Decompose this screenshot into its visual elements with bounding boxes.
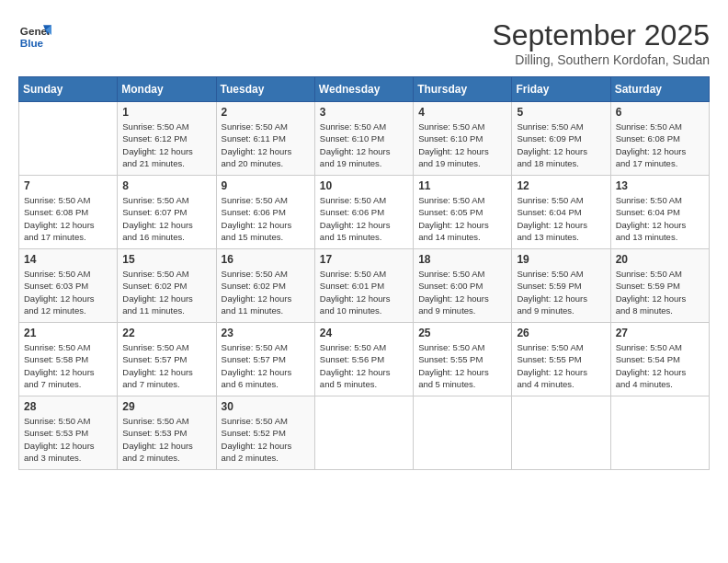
calendar-cell: 6Sunrise: 5:50 AM Sunset: 6:08 PM Daylig…: [610, 102, 709, 176]
calendar-cell: 16Sunrise: 5:50 AM Sunset: 6:02 PM Dayli…: [216, 249, 314, 323]
weekday-header-sunday: Sunday: [19, 77, 118, 102]
day-info: Sunrise: 5:50 AM Sunset: 5:56 PM Dayligh…: [320, 341, 408, 390]
svg-text:Blue: Blue: [20, 37, 44, 49]
calendar-week-1: 7Sunrise: 5:50 AM Sunset: 6:08 PM Daylig…: [19, 176, 710, 249]
day-number: 3: [320, 106, 408, 119]
day-number: 30: [222, 400, 310, 413]
day-number: 11: [418, 179, 506, 192]
calendar-cell: 7Sunrise: 5:50 AM Sunset: 6:08 PM Daylig…: [19, 176, 118, 249]
day-info: Sunrise: 5:50 AM Sunset: 6:09 PM Dayligh…: [517, 121, 605, 169]
location-subtitle: Dilling, Southern Kordofan, Sudan: [492, 52, 710, 67]
day-number: 8: [122, 179, 210, 192]
calendar-cell: [314, 396, 413, 470]
day-number: 18: [418, 253, 506, 266]
calendar-cell: 12Sunrise: 5:50 AM Sunset: 6:04 PM Dayli…: [512, 176, 610, 249]
calendar-cell: 15Sunrise: 5:50 AM Sunset: 6:02 PM Dayli…: [118, 249, 216, 323]
calendar-week-3: 21Sunrise: 5:50 AM Sunset: 5:58 PM Dayli…: [19, 323, 710, 396]
calendar-cell: 4Sunrise: 5:50 AM Sunset: 6:10 PM Daylig…: [414, 102, 512, 176]
day-number: 7: [24, 179, 112, 192]
day-info: Sunrise: 5:50 AM Sunset: 6:07 PM Dayligh…: [122, 194, 210, 243]
day-number: 14: [24, 253, 112, 266]
calendar-week-4: 28Sunrise: 5:50 AM Sunset: 5:53 PM Dayli…: [19, 396, 710, 470]
calendar-cell: 23Sunrise: 5:50 AM Sunset: 5:57 PM Dayli…: [216, 323, 314, 396]
calendar-cell: [512, 396, 610, 470]
day-number: 26: [517, 327, 605, 339]
weekday-header-wednesday: Wednesday: [314, 77, 413, 102]
page-header: General Blue September 2025 Dilling, Sou…: [18, 18, 710, 67]
day-number: 16: [222, 253, 310, 266]
weekday-header-saturday: Saturday: [610, 77, 709, 102]
day-number: 22: [122, 327, 210, 339]
day-number: 29: [122, 400, 210, 413]
calendar-cell: [610, 396, 709, 470]
day-info: Sunrise: 5:50 AM Sunset: 5:59 PM Dayligh…: [616, 268, 704, 316]
calendar-week-2: 14Sunrise: 5:50 AM Sunset: 6:03 PM Dayli…: [19, 249, 710, 323]
day-number: 28: [24, 400, 112, 413]
calendar-cell: 29Sunrise: 5:50 AM Sunset: 5:53 PM Dayli…: [118, 396, 216, 470]
day-number: 15: [122, 253, 210, 266]
calendar-cell: 10Sunrise: 5:50 AM Sunset: 6:06 PM Dayli…: [314, 176, 413, 249]
day-info: Sunrise: 5:50 AM Sunset: 5:55 PM Dayligh…: [517, 341, 605, 390]
day-info: Sunrise: 5:50 AM Sunset: 5:59 PM Dayligh…: [517, 268, 605, 316]
day-info: Sunrise: 5:50 AM Sunset: 6:08 PM Dayligh…: [616, 121, 704, 169]
calendar-cell: 3Sunrise: 5:50 AM Sunset: 6:10 PM Daylig…: [314, 102, 413, 176]
day-number: 6: [616, 106, 704, 119]
day-info: Sunrise: 5:50 AM Sunset: 5:57 PM Dayligh…: [122, 341, 210, 390]
calendar-cell: 1Sunrise: 5:50 AM Sunset: 6:12 PM Daylig…: [118, 102, 216, 176]
day-info: Sunrise: 5:50 AM Sunset: 5:53 PM Dayligh…: [24, 415, 112, 464]
calendar-week-0: 1Sunrise: 5:50 AM Sunset: 6:12 PM Daylig…: [19, 102, 710, 176]
weekday-header-thursday: Thursday: [414, 77, 512, 102]
day-number: 5: [517, 106, 605, 119]
day-number: 9: [222, 179, 310, 192]
day-info: Sunrise: 5:50 AM Sunset: 6:11 PM Dayligh…: [222, 121, 310, 169]
day-info: Sunrise: 5:50 AM Sunset: 5:53 PM Dayligh…: [122, 415, 210, 464]
calendar-cell: [19, 102, 118, 176]
day-number: 19: [517, 253, 605, 266]
calendar-cell: 2Sunrise: 5:50 AM Sunset: 6:11 PM Daylig…: [216, 102, 314, 176]
calendar-cell: 27Sunrise: 5:50 AM Sunset: 5:54 PM Dayli…: [610, 323, 709, 396]
calendar-header: SundayMondayTuesdayWednesdayThursdayFrid…: [19, 77, 710, 102]
weekday-header-row: SundayMondayTuesdayWednesdayThursdayFrid…: [19, 77, 710, 102]
day-number: 17: [320, 253, 408, 266]
day-info: Sunrise: 5:50 AM Sunset: 5:57 PM Dayligh…: [222, 341, 310, 390]
calendar-cell: 26Sunrise: 5:50 AM Sunset: 5:55 PM Dayli…: [512, 323, 610, 396]
day-info: Sunrise: 5:50 AM Sunset: 5:54 PM Dayligh…: [616, 341, 704, 390]
calendar-cell: 24Sunrise: 5:50 AM Sunset: 5:56 PM Dayli…: [314, 323, 413, 396]
calendar-cell: 25Sunrise: 5:50 AM Sunset: 5:55 PM Dayli…: [414, 323, 512, 396]
weekday-header-monday: Monday: [118, 77, 216, 102]
day-info: Sunrise: 5:50 AM Sunset: 6:04 PM Dayligh…: [517, 194, 605, 243]
day-info: Sunrise: 5:50 AM Sunset: 6:00 PM Dayligh…: [418, 268, 506, 316]
day-number: 12: [517, 179, 605, 192]
day-number: 1: [122, 106, 210, 119]
weekday-header-friday: Friday: [512, 77, 610, 102]
logo: General Blue: [18, 18, 51, 52]
day-number: 27: [616, 327, 704, 339]
calendar-cell: 9Sunrise: 5:50 AM Sunset: 6:06 PM Daylig…: [216, 176, 314, 249]
day-number: 24: [320, 327, 408, 339]
day-info: Sunrise: 5:50 AM Sunset: 6:12 PM Dayligh…: [122, 121, 210, 169]
calendar-cell: 5Sunrise: 5:50 AM Sunset: 6:09 PM Daylig…: [512, 102, 610, 176]
calendar-cell: 28Sunrise: 5:50 AM Sunset: 5:53 PM Dayli…: [19, 396, 118, 470]
day-number: 20: [616, 253, 704, 266]
day-number: 2: [222, 106, 310, 119]
day-number: 13: [616, 179, 704, 192]
calendar-cell: 21Sunrise: 5:50 AM Sunset: 5:58 PM Dayli…: [19, 323, 118, 396]
day-info: Sunrise: 5:50 AM Sunset: 6:01 PM Dayligh…: [320, 268, 408, 316]
calendar-cell: 8Sunrise: 5:50 AM Sunset: 6:07 PM Daylig…: [118, 176, 216, 249]
day-number: 23: [222, 327, 310, 339]
day-info: Sunrise: 5:50 AM Sunset: 6:02 PM Dayligh…: [122, 268, 210, 316]
title-block: September 2025 Dilling, Southern Kordofa…: [492, 18, 710, 67]
day-info: Sunrise: 5:50 AM Sunset: 6:05 PM Dayligh…: [418, 194, 506, 243]
day-info: Sunrise: 5:50 AM Sunset: 6:08 PM Dayligh…: [24, 194, 112, 243]
calendar-cell: 17Sunrise: 5:50 AM Sunset: 6:01 PM Dayli…: [314, 249, 413, 323]
day-number: 4: [418, 106, 506, 119]
calendar-cell: 13Sunrise: 5:50 AM Sunset: 6:04 PM Dayli…: [610, 176, 709, 249]
day-info: Sunrise: 5:50 AM Sunset: 6:10 PM Dayligh…: [418, 121, 506, 169]
day-info: Sunrise: 5:50 AM Sunset: 6:06 PM Dayligh…: [320, 194, 408, 243]
calendar-cell: 11Sunrise: 5:50 AM Sunset: 6:05 PM Dayli…: [414, 176, 512, 249]
calendar-cell: 22Sunrise: 5:50 AM Sunset: 5:57 PM Dayli…: [118, 323, 216, 396]
day-number: 10: [320, 179, 408, 192]
weekday-header-tuesday: Tuesday: [216, 77, 314, 102]
logo-icon: General Blue: [18, 18, 51, 52]
day-info: Sunrise: 5:50 AM Sunset: 6:02 PM Dayligh…: [222, 268, 310, 316]
